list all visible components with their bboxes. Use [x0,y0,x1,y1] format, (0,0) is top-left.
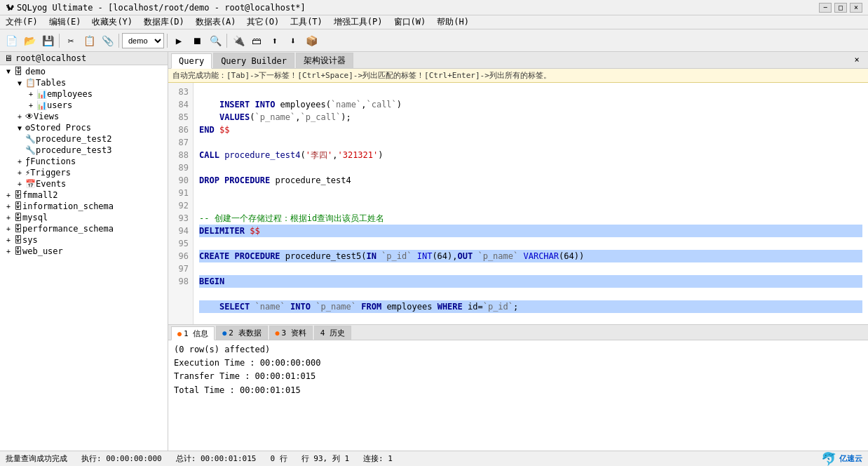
toggle-triggers[interactable]: + [14,169,25,177]
menu-favorites[interactable]: 收藏夹(Y) [89,15,135,29]
toolbar-stop[interactable]: ⏹ [189,32,205,49]
toggle-views[interactable]: + [14,113,25,121]
node-functions[interactable]: + ƒ Functions [0,156,168,167]
toolbar-sep1 [59,34,60,48]
toolbar-backup[interactable]: 📦 [303,32,320,49]
proc-test2[interactable]: 🔧 procedure_test2 [0,133,168,145]
db-icon-info: 🗄 [14,201,22,211]
close-button[interactable]: × [850,3,862,13]
db-icon-sys: 🗄 [14,235,22,245]
toggle-fmmall2[interactable]: + [3,192,14,199]
menu-enhance[interactable]: 增强工具(P) [331,15,386,29]
db-information-schema[interactable]: + 🗄 information_schema [0,201,168,212]
tree-header: 🖥 root@localhost [0,52,168,65]
rows-info: 0 行 [270,453,287,464]
menu-tools[interactable]: 工具(T) [287,15,325,29]
menu-window[interactable]: 窗口(W) [391,15,429,29]
toggle-demo[interactable]: ▼ [3,67,14,75]
main-layout: 🖥 root@localhost ▼ 🗄 demo ▼ 📋 Tables + 📊… [0,52,868,451]
db-icon-mysql: 🗄 [14,213,22,222]
menu-database[interactable]: 数据库(D) [141,15,187,29]
db-fmmall2[interactable]: + 🗄 fmmall2 [0,189,168,201]
title-bar-controls[interactable]: − □ × [819,3,862,13]
toolbar-table[interactable]: 🗃 [248,32,265,49]
toggle-mysql[interactable]: + [3,214,14,222]
toolbar-save[interactable]: 💾 [39,32,56,49]
node-stored-procs[interactable]: ▼ ⚙ Stored Procs [0,122,168,133]
database-selector[interactable]: demo [122,33,164,48]
toggle-employees[interactable]: + [25,91,36,98]
table-users[interactable]: + 📊 users [0,100,168,111]
db-name-demo: demo [25,67,46,76]
logo-icon: 🐬 [821,451,836,466]
results-tab-history[interactable]: 4 历史 [314,326,351,340]
conn-info: 连接: 1 [363,453,393,464]
results-tab-info[interactable]: ● 1 信息 [171,326,215,340]
db-name-perf: performance_schema [22,224,114,234]
toggle-perf[interactable]: + [3,225,14,233]
results-tab-bar: ● 1 信息 ● 2 表数据 ● 3 资料 4 历史 [168,325,868,340]
minimize-button[interactable]: − [819,3,832,13]
toolbar-cut[interactable]: ✂ [62,32,79,49]
panel-close-btn[interactable]: × [848,52,865,68]
tab-schema-designer[interactable]: 架构设计器 [296,53,353,68]
toggle-information-schema[interactable]: + [3,203,14,211]
toggle-procs[interactable]: ▼ [14,124,25,132]
toolbar-paste[interactable]: 📎 [99,32,116,49]
table-icon-employees: 📊 [36,89,47,99]
toggle-web-user[interactable]: + [3,248,14,255]
menu-edit[interactable]: 编辑(E) [46,15,84,29]
db-icon-perf: 🗄 [14,224,22,234]
events-icon: 📅 [25,179,36,189]
editor-area[interactable]: 83 84 85 86 87 88 89 90 91 92 93 94 95 9… [168,83,868,324]
db-demo[interactable]: ▼ 🗄 demo [0,65,168,77]
toolbar-run[interactable]: ▶ [170,32,187,49]
left-panel: 🖥 root@localhost ▼ 🗄 demo ▼ 📋 Tables + 📊… [0,52,168,451]
node-triggers[interactable]: + ⚡ Triggers [0,167,168,178]
toolbar-connect[interactable]: 🔌 [230,32,247,49]
result-row-2: Execution Time : 00:00:00:000 [174,357,862,370]
menu-other[interactable]: 其它(O) [244,15,282,29]
tab-query-label: Query [179,56,204,66]
toggle-events[interactable]: + [14,180,25,188]
toggle-users[interactable]: + [25,102,36,109]
code-text[interactable]: INSERT INTO employees(`name`,`call`) VAL… [194,83,868,324]
menu-table[interactable]: 数据表(A) [193,15,239,29]
proc-name-test3: procedure_test3 [36,145,111,155]
db-sys[interactable]: + 🗄 sys [0,234,168,246]
tab-query[interactable]: Query [171,53,212,69]
app-icon: 🐿 [6,3,14,13]
db-web-user[interactable]: + 🗄 web_user [0,246,168,257]
toggle-sys[interactable]: + [3,237,14,244]
toggle-tables[interactable]: ▼ [14,79,25,87]
menu-help[interactable]: 帮助(H) [434,15,472,29]
toolbar-import[interactable]: ⬆ [266,32,283,49]
connection-icon: 🖥 [4,53,13,63]
brand-label: 亿速云 [839,453,862,464]
node-views[interactable]: + 👁 Views [0,111,168,122]
proc-name-test2: procedure_test2 [36,134,111,144]
toolbar-new[interactable]: 📄 [3,32,20,49]
table-employees[interactable]: + 📊 employees [0,88,168,100]
results-tab-profile[interactable]: ● 3 资料 [269,326,313,340]
proc-test3[interactable]: 🔧 procedure_test3 [0,145,168,156]
db-performance-schema[interactable]: + 🗄 performance_schema [0,223,168,234]
results-tab-history-label: 4 历史 [320,328,345,338]
toggle-functions[interactable]: + [14,158,25,166]
toolbar-explain[interactable]: 🔍 [207,32,224,49]
db-icon-web: 🗄 [14,246,22,256]
results-tab-tabledata[interactable]: ● 2 表数据 [216,326,267,340]
toolbar-export[interactable]: ⬇ [285,32,301,49]
toolbar-copy[interactable]: 📋 [81,32,97,49]
functions-icon: ƒ [25,157,30,166]
maximize-button[interactable]: □ [834,3,847,13]
menu-file[interactable]: 文件(F) [3,15,41,29]
db-mysql[interactable]: + 🗄 mysql [0,212,168,223]
db-icon-fmmall2: 🗄 [14,190,22,200]
toolbar-open[interactable]: 📂 [21,32,38,49]
results-tab-profile-label: 3 资料 [282,328,306,338]
tab-query-builder[interactable]: Query Builder [213,53,294,68]
node-tables[interactable]: ▼ 📋 Tables [0,77,168,88]
node-events[interactable]: + 📅 Events [0,178,168,189]
code-editor[interactable]: 83 84 85 86 87 88 89 90 91 92 93 94 95 9… [168,83,868,324]
